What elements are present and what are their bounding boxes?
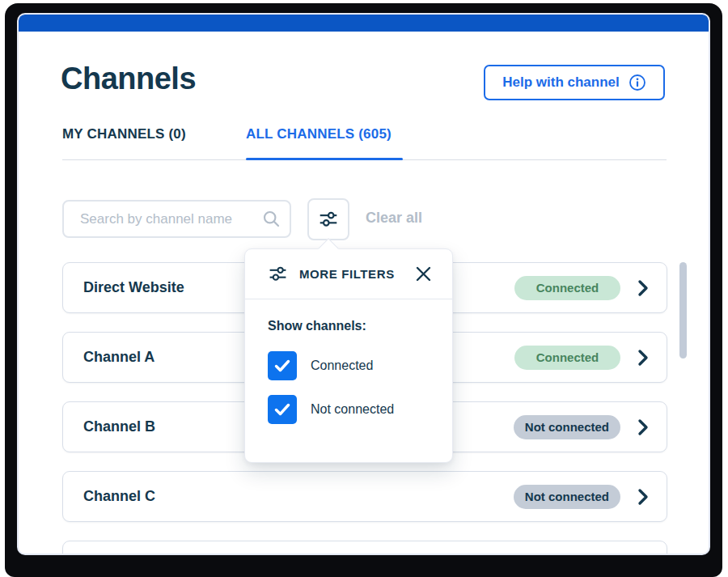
clear-all-button[interactable]: Clear all [366,210,422,227]
more-filters-popover: MORE FILTERS Show channels: [244,248,453,463]
popover-close-button[interactable] [413,263,434,285]
window-title-bar [19,15,709,32]
channel-row[interactable]: Channel C Not connected [62,471,667,522]
channel-row-partial[interactable] [62,541,667,555]
chevron-right-icon [635,348,650,367]
page-title: Channels [61,62,196,96]
help-button-label: Help with channel [502,74,620,91]
checkmark-icon [273,356,292,375]
search-input[interactable] [62,200,291,238]
search-field-wrapper [62,200,291,238]
connected-checkbox[interactable] [268,351,297,380]
chevron-right-icon [635,487,650,507]
chevron-right-icon [635,278,650,298]
search-icon [262,210,281,231]
close-icon [414,265,433,283]
tab-all-channels[interactable]: ALL CHANNELS (605) [246,126,392,142]
channel-name: Channel C [83,488,514,505]
not-connected-checkbox[interactable] [268,395,297,424]
more-filters-button[interactable] [307,198,349,240]
scrollbar-thumb[interactable] [679,262,687,359]
help-with-channel-button[interactable]: Help with channel [484,65,665,100]
filter-option-not-connected: Not connected [268,395,430,424]
popover-body: Show channels: Connected [245,299,452,424]
status-badge: Not connected [514,485,620,509]
status-badge: Connected [514,346,620,370]
filter-sliders-icon [318,209,339,230]
active-tab-underline [246,158,403,160]
screenshot-stage: Channels Help with channel MY CHANNELS (… [0,0,728,577]
connected-checkbox-label: Connected [311,359,373,373]
status-badge: Not connected [514,415,620,439]
not-connected-checkbox-label: Not connected [311,402,394,417]
filter-option-connected: Connected [268,351,430,380]
tab-my-channels[interactable]: MY CHANNELS (0) [62,126,186,142]
info-icon [629,74,646,91]
app-window: Channels Help with channel MY CHANNELS (… [17,13,710,555]
popover-title: MORE FILTERS [299,267,401,281]
status-badge: Connected [514,276,620,300]
checkmark-icon [273,400,292,419]
chevron-right-icon [635,418,650,437]
show-channels-label: Show channels: [268,319,430,333]
filter-sliders-icon [268,264,288,284]
popover-header: MORE FILTERS [245,249,452,299]
